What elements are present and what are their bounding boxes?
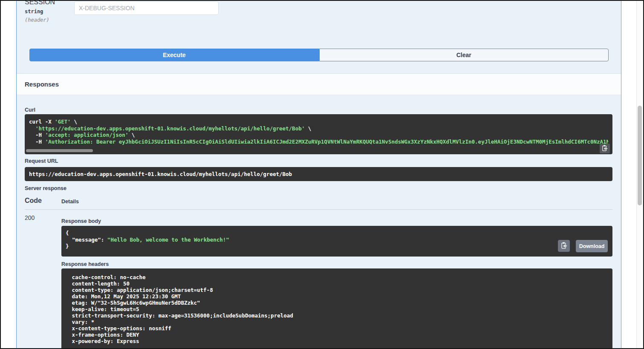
server-response-label: Server response [25,185,66,191]
responses-title: Responses [25,81,59,88]
curl-code-block: curl -X 'GET' \ 'https://education-dev.a… [25,114,612,154]
response-headers-block: cache-control: no-cache content-length: … [61,268,612,349]
response-body-label: Response body [61,218,101,224]
curl-copy-button[interactable] [600,144,610,153]
request-url-value: https://education-dev.apps.openshift-01.… [29,171,292,177]
execute-button-row: Execute Clear [29,49,609,61]
page-scrollbar-thumb[interactable] [638,106,642,205]
details-column-header: Details [61,199,79,205]
response-headers-label: Response headers [61,261,109,267]
clipboard-copy-icon [602,145,608,153]
request-url-block: https://education-dev.apps.openshift-01.… [25,167,612,181]
curl-label: Curl [25,107,35,113]
request-url-label: Request URL [25,158,58,164]
download-button[interactable]: Download [576,240,608,252]
get-operation-block: SESSION string (header) Execute Clear Re… [16,0,621,349]
responses-section-header: Responses [17,73,621,95]
session-header-input[interactable] [74,1,219,15]
parameter-type: string [25,9,43,14]
response-body-code: { "message": "Hello Bob, welcome to the … [66,230,608,250]
parameter-location: (header) [25,17,49,23]
clear-button[interactable]: Clear [319,49,609,61]
swagger-ui-page: { "colors": { "accent_blue": "#4990e2", … [0,0,644,349]
table-divider [25,209,612,210]
page-scrollbar-track[interactable] [636,0,643,349]
curl-code: curl -X 'GET' \ 'https://education-dev.a… [29,118,608,145]
clipboard-copy-icon [561,242,567,250]
code-column-header: Code [25,197,42,205]
response-body-copy-button[interactable] [558,240,570,252]
parameter-name: SESSION [25,0,55,6]
curl-horizontal-scrollbar[interactable] [26,149,93,152]
response-headers-code: cache-control: no-cache content-length: … [69,274,612,344]
status-code: 200 [25,214,35,221]
response-body-block: { "message": "Hello Bob, welcome to the … [61,226,612,257]
execute-button[interactable]: Execute [29,49,319,61]
